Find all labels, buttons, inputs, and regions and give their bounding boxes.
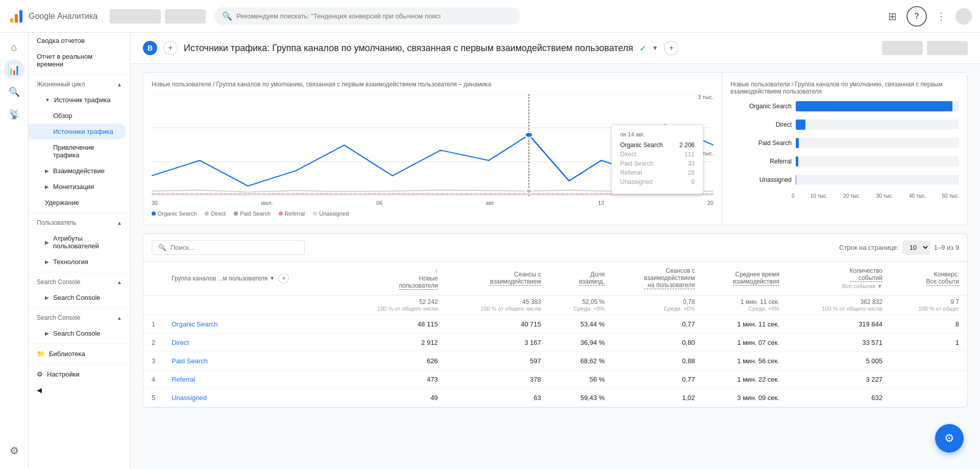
row-5-name[interactable]: Unassigned bbox=[163, 389, 343, 407]
fab-settings-button[interactable]: ⚙ bbox=[935, 424, 964, 453]
caret-down-icon[interactable]: ▼ bbox=[652, 44, 658, 52]
sidebar-icon-home[interactable]: ⌂ bbox=[4, 37, 24, 57]
sidebar-item-library[interactable]: 📁 Библиотека bbox=[29, 346, 126, 362]
totals-engagement-rate: 52,05 % Среди. +0% bbox=[549, 295, 613, 315]
add-filter-button[interactable]: + bbox=[664, 41, 678, 55]
sc2-chevron-icon: ▲ bbox=[117, 315, 122, 321]
sidebar-icon-advertising[interactable]: 📡 bbox=[4, 104, 24, 125]
row-1-name[interactable]: Organic Search bbox=[163, 315, 343, 334]
sidebar-item-technology[interactable]: ▶ Технология bbox=[29, 254, 126, 270]
sidebar-user-header[interactable]: Пользователь ▲ bbox=[29, 215, 130, 230]
row-4-avg-time: 1 мин. 22 сек. bbox=[703, 370, 787, 389]
row-2-new-users: 2 912 bbox=[343, 334, 446, 352]
tooltip-row-3: Paid Search 33 bbox=[620, 160, 695, 167]
totals-row: 52 242 100 % от общего числа 45 383 100 … bbox=[143, 295, 967, 315]
search-icon: 🔍 bbox=[222, 11, 232, 21]
bar-row-direct: Direct bbox=[730, 120, 959, 130]
totals-new-users: 52 242 100 % от общего числа bbox=[343, 295, 446, 315]
row-3-name[interactable]: Paid Search bbox=[163, 352, 343, 370]
sidebar-item-traffic-source[interactable]: ▼ Источник трафика bbox=[29, 92, 126, 108]
sidebar-item-traffic-sources[interactable]: Источники трафика bbox=[29, 124, 126, 139]
legend-label-referral: Referral bbox=[285, 210, 305, 217]
sidebar-item-overview[interactable]: Обзор bbox=[29, 108, 126, 124]
sidebar-item-sc2-sub[interactable]: ▶ Search Console bbox=[29, 325, 126, 341]
row-3-new-users: 626 bbox=[343, 352, 446, 370]
line-chart-panel: Новые пользователи / Группа каналов по у… bbox=[143, 73, 722, 225]
legend-dot-organic bbox=[152, 212, 156, 216]
table-toolbar: 🔍 Строк на странице: 10 25 50 1–9 из 9 bbox=[143, 234, 967, 262]
account-selector[interactable] bbox=[110, 9, 206, 24]
sidebar-sc1-header[interactable]: Search Console ▲ bbox=[29, 274, 130, 290]
tooltip-label-direct: Direct bbox=[620, 151, 636, 158]
bar-track-organic bbox=[796, 101, 959, 111]
sidebar-item-realtime[interactable]: Отчет в реальном времени bbox=[29, 49, 126, 72]
sidebar-icon-reports[interactable]: 📊 bbox=[4, 59, 24, 80]
row-1-num: 1 bbox=[143, 315, 163, 334]
sidebar-item-summary[interactable]: Сводка отчетов bbox=[29, 33, 126, 49]
bar-x-10k: 10 тыс. bbox=[811, 193, 827, 199]
content-area: B + Источники трафика: Группа каналов по… bbox=[131, 33, 980, 469]
bar-x-20k: 20 тыс. bbox=[843, 193, 860, 199]
sidebar-collapse-btn[interactable]: ◀ bbox=[29, 382, 126, 398]
add-comparison-button[interactable]: + bbox=[163, 41, 178, 55]
sidebar-item-collapse[interactable]: ⚙ Настройки bbox=[29, 366, 126, 382]
table-pagination: Строк на странице: 10 25 50 1–9 из 9 bbox=[839, 241, 959, 254]
totals-conversions: 9 7 100 % от общег bbox=[891, 295, 967, 315]
sidebar-summary-label: Сводка отчетов bbox=[37, 37, 85, 44]
sidebar-lifecycle-header[interactable]: Жизненный цикл ▲ bbox=[29, 77, 130, 92]
svg-rect-1 bbox=[15, 14, 18, 22]
bar-track-unassigned bbox=[796, 175, 959, 185]
table-row: 4 Referral 473 378 56 % 0,77 1 мин. 22 с… bbox=[143, 370, 967, 389]
col-add-button[interactable]: + bbox=[279, 273, 289, 284]
content-body: Новые пользователи / Группа каналов по у… bbox=[131, 64, 980, 416]
x-label-iul: июл. bbox=[261, 200, 273, 206]
col-events-label: Количествособытий bbox=[850, 267, 883, 282]
page-title: Источники трафика: Группа каналов по умо… bbox=[184, 43, 633, 54]
sidebar-group-search-console-1: Search Console ▲ ▶ Search Console bbox=[29, 274, 130, 308]
col-new-users-label: Новыепользователи bbox=[399, 275, 438, 290]
tooltip-row-4: Referral 28 bbox=[620, 169, 695, 176]
svg-rect-0 bbox=[10, 18, 13, 22]
sidebar-item-retention[interactable]: Удержание bbox=[29, 195, 126, 210]
row-4-name[interactable]: Referral bbox=[163, 370, 343, 389]
legend-referral: Referral bbox=[279, 210, 305, 217]
col-engagement-rate: Долявзаимод. bbox=[549, 262, 613, 295]
help-button[interactable]: ? bbox=[906, 6, 927, 27]
bar-x-axis: 0 10 тыс. 20 тыс. 30 тыс. 40 тыс. 50 тыс… bbox=[730, 193, 959, 199]
legend-organic: Organic Search bbox=[152, 210, 197, 217]
sidebar-item-sc1-sub[interactable]: ▶ Search Console bbox=[29, 290, 126, 306]
sidebar-icon-settings[interactable]: ⚙ bbox=[4, 440, 24, 461]
date-range[interactable] bbox=[882, 41, 968, 55]
line-chart-container: 3 тыс. 2 тыс. bbox=[152, 94, 714, 206]
sidebar-group-library: 📁 Библиотека bbox=[29, 346, 130, 364]
bar-track-paid bbox=[796, 138, 959, 148]
more-button[interactable]: ⋮ bbox=[931, 6, 951, 27]
sidebar-sc2-header[interactable]: Search Console ▲ bbox=[29, 310, 130, 325]
row-1-sessions-per-user: 0,77 bbox=[613, 315, 703, 334]
sidebar-item-traffic-attraction[interactable]: Привлечение трафика bbox=[29, 139, 126, 163]
avatar[interactable] bbox=[955, 8, 972, 25]
legend-label-organic: Organic Search bbox=[158, 210, 197, 217]
sidebar-item-monetization[interactable]: ▶ Монетизация bbox=[29, 179, 126, 195]
col-group-caret[interactable]: ▼ bbox=[270, 275, 275, 281]
legend-paid: Paid Search bbox=[234, 210, 271, 217]
row-2-name[interactable]: Direct bbox=[163, 334, 343, 352]
apps-button[interactable]: ⊞ bbox=[882, 6, 902, 27]
sidebar-icon-explore[interactable]: 🔍 bbox=[4, 82, 24, 102]
sidebar-item-user-attributes[interactable]: ▶ Атрибуты пользователей bbox=[29, 230, 126, 254]
sidebar: Сводка отчетов Отчет в реальном времени … bbox=[29, 33, 131, 469]
page-size-select[interactable]: 10 25 50 bbox=[903, 241, 930, 254]
chart-tooltip: пн 14 авг. Organic Search 2 206 Direct 1… bbox=[611, 125, 703, 194]
table-search-box[interactable]: 🔍 bbox=[152, 240, 305, 255]
table-search-input[interactable] bbox=[170, 244, 256, 251]
bar-track-direct bbox=[796, 120, 959, 130]
col-events: Количествособытий Все события ▼ bbox=[788, 262, 891, 295]
search-box[interactable]: 🔍 bbox=[214, 7, 520, 25]
sidebar-item-engagement[interactable]: ▶ Взаимодействие bbox=[29, 163, 126, 179]
main-layout: ⌂ 📊 🔍 📡 ⚙ Сводка отчетов Отчет в реально… bbox=[0, 33, 980, 469]
search-input[interactable] bbox=[236, 12, 440, 20]
sc1-chevron-icon: ▲ bbox=[117, 279, 122, 285]
col-avg-time: Среднее времявзаимодействия bbox=[703, 262, 787, 295]
content-header: B + Источники трафика: Группа каналов по… bbox=[131, 33, 980, 64]
bar-chart-container: Organic Search Direct bbox=[730, 101, 959, 199]
